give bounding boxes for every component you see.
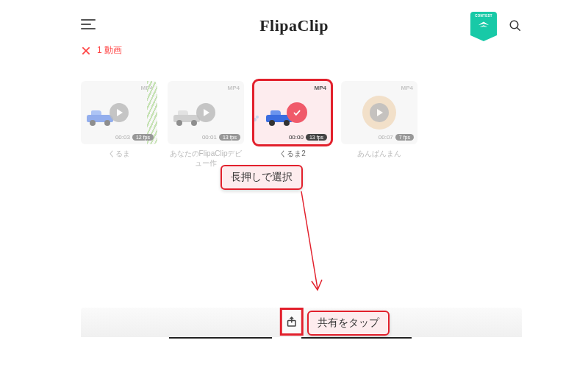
search-icon[interactable] <box>509 19 522 32</box>
svg-line-1 <box>517 27 520 31</box>
format-badge: MP4 <box>228 85 240 91</box>
menu-icon[interactable] <box>81 19 96 29</box>
play-icon <box>370 103 389 122</box>
movie-card[interactable]: MP4 00:01 13 fps あなたのFlipaClipデビュー作 <box>168 81 244 168</box>
duration: 00:00 <box>289 134 304 141</box>
annotation-tap-share: 共有をタップ <box>307 311 390 336</box>
movie-title: あんぱんまん <box>341 149 417 166</box>
movie-title: くるま <box>81 149 157 166</box>
fps-badge: 12 fps <box>132 134 154 141</box>
duration: 00:07 <box>379 134 393 141</box>
toolbar-divider <box>301 337 412 339</box>
contest-badge-label: CONTEST <box>470 14 497 18</box>
fps-badge: 13 fps <box>306 134 327 141</box>
format-badge: MP4 <box>315 85 326 91</box>
duration: 00:03 <box>115 134 130 141</box>
share-icon <box>285 315 298 328</box>
toolbar-divider <box>169 337 272 339</box>
close-selection-icon[interactable] <box>81 46 91 56</box>
play-icon <box>196 103 215 122</box>
fps-badge: 7 fps <box>395 134 414 141</box>
movie-title: くるま2 <box>254 149 331 166</box>
annotation-long-press: 長押しで選択 <box>220 165 303 190</box>
movie-card-selected[interactable]: MP4 00:00 13 fps くるま2 <box>254 81 331 168</box>
selected-check-icon <box>287 102 307 123</box>
annotation-arrow <box>294 191 295 287</box>
duration: 00:01 <box>202 134 217 141</box>
movie-card[interactable]: MP4 00:07 7 fps あんぱんまん <box>341 81 417 168</box>
movie-grid: MP4 00:03 12 fps くるま MP4 00:01 13 fps あな… <box>81 81 417 168</box>
format-badge: MP4 <box>401 85 413 91</box>
fps-badge: 13 fps <box>219 134 240 141</box>
app-header: FlipaClip CONTEST <box>0 16 588 38</box>
share-button[interactable] <box>280 308 304 336</box>
selection-count: 1 動画 <box>97 44 122 57</box>
selection-bar: 1 動画 <box>81 44 122 57</box>
app-logo: FlipaClip <box>259 16 329 35</box>
svg-line-4 <box>301 191 318 289</box>
play-icon <box>110 103 129 122</box>
svg-point-0 <box>510 21 518 29</box>
movie-card[interactable]: MP4 00:03 12 fps くるま <box>81 81 157 168</box>
contest-badge[interactable]: CONTEST <box>470 12 497 41</box>
